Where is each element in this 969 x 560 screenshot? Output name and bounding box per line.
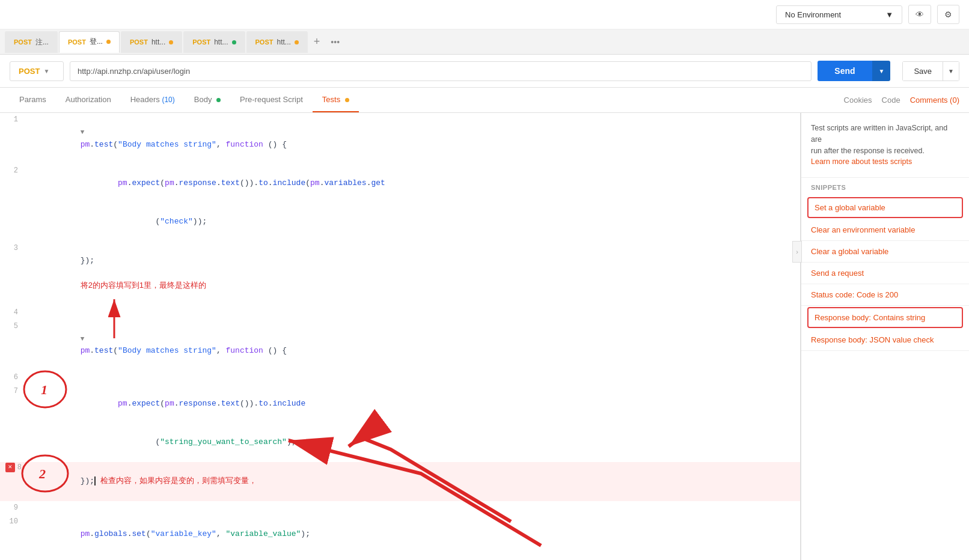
- line-number: 4: [0, 306, 24, 320]
- tab-body[interactable]: Body: [185, 88, 230, 112]
- send-dropdown-button[interactable]: ▼: [872, 61, 891, 81]
- code-line-5: 5 ▼ pm.test("Body matches string", funct…: [0, 320, 800, 371]
- tab-modified-dot: [232, 40, 236, 44]
- line-number: 1: [0, 113, 24, 164]
- send-button[interactable]: Send: [818, 61, 872, 81]
- snippets-description: Test scripts are written in JavaScript, …: [801, 113, 969, 178]
- tab-post-login[interactable]: POST 登...: [59, 31, 120, 53]
- tab-bar: POST 注... POST 登... POST htt... POST htt…: [0, 29, 969, 55]
- line-number: [0, 553, 24, 560]
- tab-name-label: 注...: [35, 37, 49, 47]
- tab-params[interactable]: Params: [10, 88, 56, 112]
- snippet-label: Response body: JSON value check: [811, 335, 934, 344]
- tab-prerequest[interactable]: Pre-request Script: [230, 88, 313, 112]
- code-line-11: 用于存储变量名: [0, 553, 800, 560]
- save-dropdown-button[interactable]: ▼: [943, 61, 959, 81]
- code-table: 1 ▼ pm.test("Body matches string", funct…: [0, 113, 800, 560]
- cookies-link[interactable]: Cookies: [844, 96, 872, 105]
- tab-post-htt3[interactable]: POST htt...: [121, 31, 182, 53]
- snippet-send-request[interactable]: Send a request: [801, 263, 969, 284]
- line-number: [0, 423, 24, 461]
- snippet-label: Send a request: [811, 269, 864, 278]
- right-actions: Cookies Code Comments (0): [844, 96, 959, 105]
- request-tabs-nav: Params Authorization Headers (10) Body P…: [0, 88, 969, 113]
- code-line-2b: ("check"));: [0, 203, 800, 242]
- line-content: pm.globals.set("variable_key", "variable…: [24, 515, 800, 553]
- line-number: ✕8: [0, 462, 24, 473]
- tab-method-label: POST: [255, 38, 274, 46]
- comments-link[interactable]: Comments (0): [910, 96, 959, 105]
- line-content: ("string_you_want_to_search");: [24, 423, 800, 461]
- add-tab-button[interactable]: +: [309, 33, 325, 50]
- tests-dot: [345, 98, 349, 102]
- code-editor[interactable]: 1 ▼ pm.test("Body matches string", funct…: [0, 113, 801, 560]
- tab-headers[interactable]: Headers (10): [121, 88, 185, 112]
- code-line-10: 10 pm.globals.set("variable_key", "varia…: [0, 515, 800, 553]
- tab-post-register[interactable]: POST 注...: [5, 31, 58, 53]
- line-number: [0, 203, 24, 242]
- tab-body-label: Body: [194, 95, 212, 104]
- tab-method-label: POST: [192, 38, 210, 46]
- tab-name-label: htt...: [214, 38, 228, 46]
- tab-method-label: POST: [68, 38, 86, 46]
- tab-authorization-label: Authorization: [66, 95, 111, 104]
- tab-post-htt4[interactable]: POST htt...: [183, 31, 245, 53]
- method-chevron-icon: ▼: [43, 68, 49, 75]
- line-content: ("check"));: [24, 203, 800, 242]
- snippet-response-contains-string[interactable]: Response body: Contains string: [807, 307, 963, 328]
- tab-name-label: 登...: [90, 37, 103, 47]
- tab-prerequest-label: Pre-request Script: [240, 95, 303, 104]
- line-number: 10: [0, 515, 24, 553]
- line-content: [24, 306, 800, 320]
- line-content: }); 将2的内容填写到1里，最终是这样的: [24, 242, 800, 306]
- method-selector[interactable]: POST ▼: [10, 61, 64, 81]
- code-link[interactable]: Code: [882, 96, 900, 105]
- more-tabs-button[interactable]: •••: [326, 35, 344, 49]
- tab-tests[interactable]: Tests: [313, 88, 359, 112]
- line-content: 用于存储变量名: [24, 553, 800, 560]
- line-number: 6: [0, 371, 24, 385]
- code-line-7b: ("string_you_want_to_search");: [0, 423, 800, 461]
- settings-icon-btn[interactable]: ⚙: [937, 5, 959, 24]
- snippet-status-200[interactable]: Status code: Code is 200: [801, 284, 969, 306]
- method-value: POST: [19, 67, 40, 76]
- snippets-collapse-button[interactable]: ›: [801, 241, 802, 263]
- tab-modified-dot: [169, 40, 173, 44]
- snippets-info-text: Test scripts are written in JavaScript, …: [811, 124, 947, 144]
- headers-badge: (10): [162, 96, 174, 104]
- env-selector[interactable]: No Environment ▼: [776, 5, 902, 24]
- tab-authorization[interactable]: Authorization: [56, 88, 121, 112]
- code-line-1: 1 ▼ pm.test("Body matches string", funct…: [0, 113, 800, 164]
- line-number: 9: [0, 501, 24, 515]
- tab-modified-dot: [295, 40, 299, 44]
- snippet-label: Response body: Contains string: [809, 308, 962, 327]
- code-line-8: ✕8 }); 检查内容，如果内容是变的，则需填写变量，: [0, 462, 800, 501]
- snippet-label: Set a global variable: [809, 198, 962, 217]
- error-icon: ✕: [5, 463, 15, 472]
- code-line-6: 6: [0, 371, 800, 385]
- code-line-2: 2 pm.expect(pm.response.text()).to.inclu…: [0, 164, 800, 202]
- save-button[interactable]: Save: [902, 61, 943, 81]
- snippet-set-global-variable[interactable]: Set a global variable: [807, 197, 963, 218]
- line-number: 5: [0, 320, 24, 371]
- eye-icon-btn[interactable]: 👁: [908, 5, 931, 24]
- tab-tests-label: Tests: [322, 95, 340, 104]
- url-input[interactable]: [70, 61, 812, 81]
- tab-method-label: POST: [14, 38, 32, 46]
- snippet-clear-global-variable[interactable]: Clear a global variable: [801, 241, 969, 263]
- tab-params-label: Params: [19, 95, 46, 104]
- snippet-label: Clear an environment variable: [811, 225, 915, 234]
- snippet-json-value-check[interactable]: Response body: JSON value check: [801, 329, 969, 351]
- code-line-9: 9: [0, 501, 800, 515]
- tab-modified-dot: [106, 40, 111, 44]
- line-content: [24, 501, 800, 515]
- save-button-group: Save ▼: [902, 61, 959, 81]
- line-content: pm.expect(pm.response.text()).to.include…: [24, 164, 800, 202]
- snippet-clear-env-variable[interactable]: Clear an environment variable: [801, 219, 969, 241]
- snippets-learn-link[interactable]: Learn more about tests scripts: [811, 157, 912, 166]
- main-content: 1 ▼ pm.test("Body matches string", funct…: [0, 113, 969, 560]
- code-line-7: 7 pm.expect(pm.response.text()).to.inclu…: [0, 385, 800, 423]
- env-label: No Environment: [785, 10, 841, 19]
- snippets-section-label: SNIPPETS: [801, 178, 969, 195]
- tab-post-htt5[interactable]: POST htt...: [246, 31, 308, 53]
